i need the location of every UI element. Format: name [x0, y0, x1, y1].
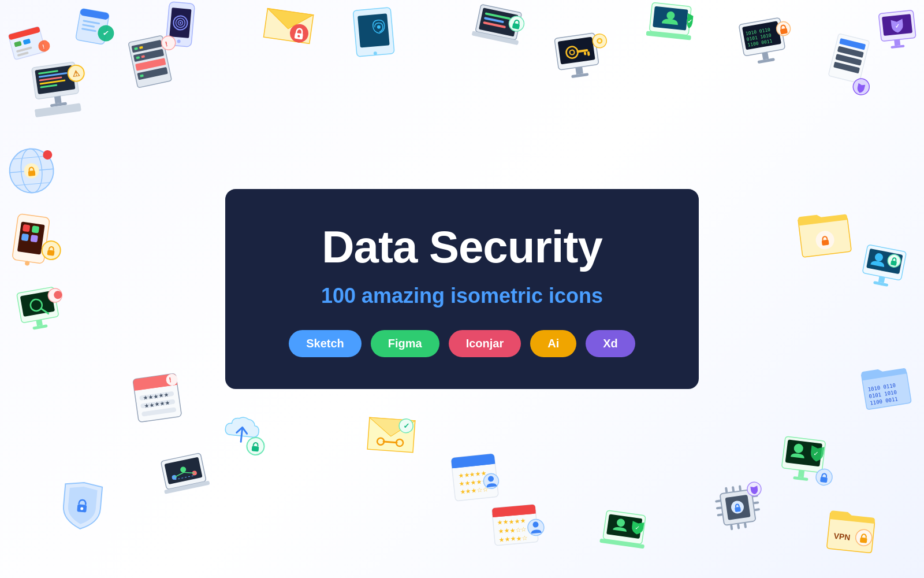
- scatter-icon-10: ✓: [644, 0, 699, 60]
- scatter-icon-8: [469, 0, 531, 59]
- format-badges: Sketch Figma Iconjar Ai Xd: [266, 330, 658, 357]
- svg-rect-121: [36, 320, 43, 327]
- scatter-icon-14: [3, 142, 66, 204]
- subtitle-number: 100: [321, 284, 356, 307]
- scatter-icon-13: ✓: [875, 3, 924, 62]
- svg-rect-148: [252, 446, 259, 451]
- svg-rect-218: [820, 477, 828, 483]
- svg-text:✓: ✓: [403, 421, 410, 431]
- badge-sketch[interactable]: Sketch: [289, 330, 362, 357]
- svg-text:✓: ✓: [687, 18, 692, 25]
- svg-line-195: [383, 442, 397, 443]
- scatter-icon-22: [55, 477, 109, 536]
- scatter-icon-28: ★★★★★ ★★★★☆ ★★★☆☆: [448, 449, 505, 511]
- svg-rect-182: [732, 486, 735, 492]
- scatter-icon-11: 1010 0110 0101 1010 1100 0011: [735, 10, 799, 73]
- svg-rect-116: [30, 235, 38, 243]
- scatter-icon-19: ★★★★★ ★★★★★ !: [129, 366, 192, 431]
- scatter-icon-29: 1010 0110 0101 1010 1100 0011: [856, 355, 916, 417]
- svg-rect-66: [558, 37, 595, 65]
- scatter-icon-18: [856, 238, 917, 301]
- svg-rect-22: [54, 96, 62, 103]
- scatter-icon-25: [707, 476, 772, 538]
- badge-ai[interactable]: Ai: [530, 330, 576, 357]
- svg-rect-113: [23, 224, 31, 232]
- badge-figma[interactable]: Figma: [371, 330, 439, 357]
- svg-rect-115: [21, 234, 29, 242]
- svg-text:✓: ✓: [634, 524, 639, 531]
- badge-xd[interactable]: Xd: [586, 330, 635, 357]
- svg-rect-184: [730, 524, 733, 530]
- hero-title: Data Security: [266, 224, 658, 271]
- scatter-icon-24: ✓: [597, 505, 656, 566]
- svg-rect-188: [735, 507, 741, 512]
- scatter-icon-9: [551, 25, 616, 90]
- svg-rect-54: [357, 13, 390, 47]
- svg-rect-183: [739, 485, 742, 491]
- svg-rect-175: [715, 499, 721, 502]
- subtitle-text: amazing isometric icons: [356, 284, 603, 307]
- svg-rect-99: [894, 39, 900, 46]
- svg-rect-131: [878, 276, 885, 283]
- svg-text:⚠: ⚠: [72, 68, 81, 79]
- scatter-icon-5: !: [122, 29, 187, 94]
- svg-text:✓: ✓: [813, 450, 819, 457]
- scatter-icon-15: [8, 210, 70, 277]
- svg-rect-179: [753, 501, 759, 504]
- badge-iconjar[interactable]: Iconjar: [449, 330, 521, 357]
- scatter-icon-7: [350, 3, 404, 65]
- scatter-icon-17: [793, 199, 858, 265]
- hero-card: Data Security 100 amazing isometric icon…: [225, 189, 699, 389]
- scatter-icon-2: ✓: [71, 0, 125, 55]
- svg-rect-128: [822, 240, 829, 246]
- svg-rect-177: [717, 513, 722, 516]
- scatter-icon-20: [217, 402, 274, 462]
- scatter-icon-23: ★★★★★ ★★★☆☆ ★★★★☆: [489, 501, 550, 557]
- svg-rect-180: [754, 508, 760, 511]
- scatter-icon-3: ⚠: [28, 54, 99, 122]
- svg-rect-114: [32, 225, 40, 234]
- svg-rect-84: [762, 52, 769, 60]
- scatter-icon-16: [13, 279, 74, 344]
- svg-rect-192: [860, 538, 867, 543]
- svg-rect-185: [737, 523, 740, 529]
- svg-rect-213: [798, 470, 804, 477]
- svg-text:✓: ✓: [895, 23, 900, 29]
- svg-rect-176: [716, 506, 722, 509]
- svg-rect-118: [47, 250, 54, 256]
- svg-text:VPN: VPN: [833, 531, 851, 542]
- scatter-icon-27: ✓: [362, 403, 420, 466]
- svg-rect-181: [725, 487, 728, 493]
- scatter-icon-6: [256, 0, 322, 58]
- svg-rect-186: [744, 523, 747, 528]
- scatter-icon-30: ✓: [776, 430, 840, 494]
- svg-rect-108: [28, 171, 36, 176]
- scatter-icon-26: VPN: [823, 501, 880, 560]
- hero-subtitle: 100 amazing isometric icons: [266, 284, 658, 308]
- svg-rect-67: [575, 66, 583, 75]
